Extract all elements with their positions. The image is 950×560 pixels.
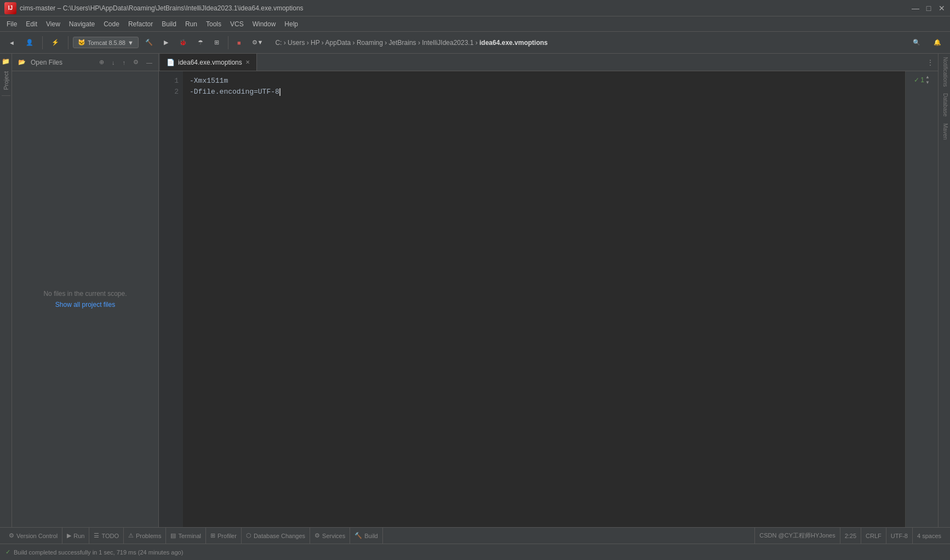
database-label[interactable]: Database bbox=[938, 90, 950, 120]
close-button[interactable]: ✕ bbox=[938, 4, 946, 12]
status-profiler[interactable]: ⊞ Profiler bbox=[206, 528, 242, 544]
open-files-button[interactable]: 📂 bbox=[15, 57, 28, 67]
toolbar-run[interactable]: ▶ bbox=[159, 37, 173, 48]
toolbar-stop[interactable]: ■ bbox=[233, 37, 245, 48]
status-db-changes[interactable]: ⬡ Database Changes bbox=[242, 528, 310, 544]
status-indent[interactable]: 4 spaces bbox=[912, 528, 946, 544]
menu-run[interactable]: Run bbox=[181, 18, 202, 30]
gutter-down-arrow[interactable]: ▼ bbox=[925, 80, 930, 85]
status-version-control[interactable]: ⚙ Version Control bbox=[4, 528, 62, 544]
user-label: CSDN @CY工程师HYJones bbox=[759, 532, 835, 540]
build-label: Build bbox=[364, 533, 377, 539]
window-title: cims-master – C:\Users\HP\AppData\Roamin… bbox=[20, 4, 304, 12]
db-changes-label: Database Changes bbox=[254, 533, 305, 539]
code-line-1: -Xmx1511m bbox=[190, 76, 905, 87]
tab-more-button[interactable]: ⋮ bbox=[923, 54, 938, 71]
status-bar: ⚙ Version Control ▶ Run ☰ TODO ⚠ Problem… bbox=[0, 527, 950, 544]
toolbar-search[interactable]: 🔍 bbox=[908, 37, 925, 48]
project-panel-toolbar: 📂 Open Files ⊕ ↓ ↑ ⚙ — bbox=[12, 54, 158, 71]
editor-content: 1 2 -Xmx1511m -Dfile.encoding=UTF-8 ✓ 1 … bbox=[159, 71, 938, 527]
status-services[interactable]: ⚙ Services bbox=[310, 528, 350, 544]
right-strip: Notifications Database Maven bbox=[938, 54, 950, 527]
no-files-text: No files in the current scope. bbox=[43, 290, 127, 298]
toolbar-update[interactable]: 🔔 bbox=[929, 37, 946, 48]
tomcat-run-config[interactable]: 🐱 Tomcat 8.5.88 ▼ bbox=[73, 37, 139, 48]
status-line-ending[interactable]: CRLF bbox=[861, 528, 886, 544]
toolbar-nav1[interactable]: ⚡ bbox=[47, 37, 64, 48]
minimize-button[interactable]: — bbox=[912, 4, 919, 12]
maximize-button[interactable]: □ bbox=[925, 4, 932, 12]
tab-close-button[interactable]: ✕ bbox=[245, 59, 250, 65]
run-label: Run bbox=[73, 533, 84, 539]
code-line-2: -Dfile.encoding=UTF-8 bbox=[190, 87, 905, 98]
project-icon: 📁 bbox=[1, 56, 12, 67]
gutter-check-icon: ✓ bbox=[914, 76, 919, 84]
profiler-label: Profiler bbox=[218, 533, 237, 539]
db-changes-icon: ⬡ bbox=[246, 532, 251, 539]
toolbar-back[interactable]: ◄ bbox=[4, 37, 19, 48]
status-run[interactable]: ▶ Run bbox=[62, 528, 89, 544]
position-label: 2:25 bbox=[845, 533, 856, 539]
menu-view[interactable]: View bbox=[42, 18, 65, 30]
minimize-panel-button[interactable]: — bbox=[144, 58, 155, 67]
line-number-1: 1 bbox=[159, 76, 179, 87]
code-editor[interactable]: -Xmx1511m -Dfile.encoding=UTF-8 bbox=[183, 71, 905, 527]
toolbar-profile[interactable]: ⊞ bbox=[210, 37, 224, 48]
toolbar-more[interactable]: ⚙▼ bbox=[248, 37, 268, 48]
menu-refactor[interactable]: Refactor bbox=[124, 18, 157, 30]
status-todo[interactable]: ☰ TODO bbox=[89, 528, 124, 544]
editor-tab-vmoptions[interactable]: 📄 idea64.exe.vmoptions ✕ bbox=[160, 54, 257, 71]
toolbar-sep-2 bbox=[68, 36, 68, 49]
build-status-bar: ✓ Build completed successfully in 1 sec,… bbox=[0, 544, 950, 560]
menu-build[interactable]: Build bbox=[157, 18, 181, 30]
menu-navigate[interactable]: Navigate bbox=[65, 18, 99, 30]
version-control-label: Version Control bbox=[16, 533, 58, 539]
build-status-text: Build completed successfully in 1 sec, 7… bbox=[14, 549, 183, 556]
project-label[interactable]: Project bbox=[1, 67, 11, 94]
toolbar-sep-3 bbox=[228, 36, 228, 49]
toolbar-coverage[interactable]: ☂ bbox=[193, 37, 208, 48]
menu-help[interactable]: Help bbox=[280, 18, 302, 30]
main-layout: 📁 Project 📂 Open Files ⊕ ↓ ↑ ⚙ — No file… bbox=[0, 54, 950, 527]
terminal-icon: ▤ bbox=[170, 532, 176, 539]
title-bar: IJ cims-master – C:\Users\HP\AppData\Roa… bbox=[0, 0, 950, 16]
menu-code[interactable]: Code bbox=[99, 18, 124, 30]
status-encoding[interactable]: UTF-8 bbox=[886, 528, 912, 544]
encoding-label: UTF-8 bbox=[891, 533, 908, 539]
status-build[interactable]: 🔨 Build bbox=[350, 528, 382, 544]
toolbar-debug[interactable]: 🐞 bbox=[175, 37, 191, 48]
status-user: CSDN @CY工程师HYJones bbox=[754, 528, 839, 544]
settings-button[interactable]: ⚙ bbox=[130, 57, 141, 67]
open-files-label[interactable]: Open Files bbox=[31, 59, 62, 66]
menu-tools[interactable]: Tools bbox=[202, 18, 226, 30]
problems-label: Problems bbox=[136, 533, 161, 539]
breadcrumb-filename: idea64.exe.vmoptions bbox=[479, 39, 548, 47]
menu-edit[interactable]: Edit bbox=[21, 18, 42, 30]
notifications-label[interactable]: Notifications bbox=[938, 54, 950, 90]
breadcrumb: C: › Users › HP › AppData › Roaming › Je… bbox=[275, 39, 547, 47]
tomcat-label: Tomcat 8.5.88 bbox=[88, 39, 125, 46]
toolbar-profile[interactable]: 👤 bbox=[21, 37, 38, 48]
problems-icon: ⚠ bbox=[128, 532, 134, 539]
tab-file-icon: 📄 bbox=[167, 59, 175, 66]
collapse-button[interactable]: ↓ bbox=[109, 58, 118, 67]
scope-button[interactable]: ⊕ bbox=[96, 57, 107, 67]
gutter-up-arrow[interactable]: ▲ bbox=[925, 75, 930, 79]
expand-button[interactable]: ↑ bbox=[120, 58, 129, 67]
line-ending-label: CRLF bbox=[866, 533, 882, 539]
toolbar-sep-1 bbox=[42, 36, 43, 49]
menu-vcs[interactable]: VCS bbox=[226, 18, 248, 30]
toolbar-build[interactable]: 🔨 bbox=[141, 37, 157, 48]
editor-tabs: 📄 idea64.exe.vmoptions ✕ ⋮ bbox=[159, 54, 938, 71]
status-position[interactable]: 2:25 bbox=[840, 528, 861, 544]
maven-label[interactable]: Maven bbox=[938, 120, 950, 143]
status-problems[interactable]: ⚠ Problems bbox=[124, 528, 166, 544]
menu-file[interactable]: File bbox=[2, 18, 21, 30]
profiler-icon: ⊞ bbox=[210, 532, 215, 539]
show-all-files-link[interactable]: Show all project files bbox=[55, 301, 115, 308]
project-strip[interactable]: 📁 Project bbox=[0, 54, 12, 527]
menu-window[interactable]: Window bbox=[248, 18, 281, 30]
gutter-count: 1 bbox=[920, 76, 924, 84]
indent-label: 4 spaces bbox=[917, 533, 941, 539]
status-terminal[interactable]: ▤ Terminal bbox=[166, 528, 206, 544]
